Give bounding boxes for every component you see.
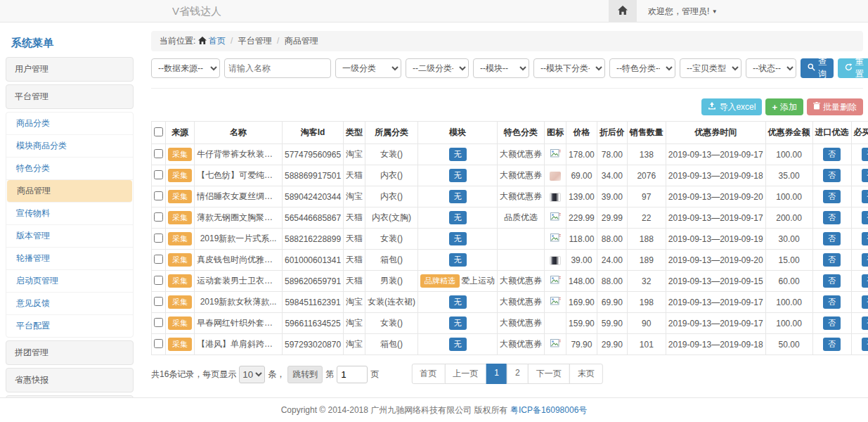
row-checkbox[interactable] — [154, 276, 163, 285]
footer: Copyright © 2014-2018 广州九驰网络科技有限公司 版权所有 … — [0, 397, 868, 422]
breadcrumb-home-link[interactable]: 首页 — [198, 36, 228, 46]
filter-source[interactable]: --数据来源-- — [151, 58, 220, 78]
filter-module-sub[interactable]: --模块下分类-- — [533, 58, 605, 78]
sidebar-subitem[interactable]: 特色分类 — [6, 158, 133, 180]
sales-cell: 22 — [627, 207, 666, 229]
page-size-select[interactable]: 10 — [239, 366, 265, 383]
taoke-id-cell: 597293020870 — [283, 334, 344, 355]
row-checkbox[interactable] — [154, 170, 163, 179]
page-nav-button[interactable]: 首页 — [411, 364, 445, 384]
must-buy-toggle[interactable]: 否 — [862, 274, 868, 288]
type-cell: 淘宝 — [344, 292, 365, 313]
jump-button[interactable]: 跳转到 — [287, 366, 323, 383]
category-cell: 女装() — [365, 144, 418, 165]
discount-price-cell: 29.90 — [597, 334, 627, 355]
filter-item-type[interactable]: --宝贝类型-- — [680, 58, 741, 78]
import-select-toggle[interactable]: 否 — [823, 190, 841, 203]
filter-feature[interactable]: --特色分类-- — [609, 58, 675, 78]
sidebar-subitem[interactable]: 轮播管理 — [6, 248, 133, 270]
sidebar-item[interactable]: 省惠快报 — [6, 368, 134, 392]
must-buy-toggle[interactable]: 否 — [862, 295, 868, 309]
sidebar-subitem[interactable]: 意见反馈 — [6, 293, 133, 315]
import-excel-button[interactable]: 导入excel — [701, 98, 762, 115]
sidebar-item[interactable]: 用户管理 — [6, 57, 134, 82]
sidebar-subitem[interactable]: 版本管理 — [6, 225, 133, 248]
sidebar-subitem[interactable]: 平台配置 — [6, 315, 133, 337]
import-select-toggle[interactable]: 否 — [823, 169, 841, 182]
module-text: 爱上运动 — [461, 276, 495, 286]
source-badge: 采集 — [168, 316, 192, 330]
price-cell: 169.90 — [566, 292, 597, 313]
sidebar-subitem[interactable]: 模块商品分类 — [6, 135, 133, 158]
sidebar-subitem[interactable]: 商品管理 — [7, 180, 132, 203]
row-checkbox[interactable] — [154, 255, 163, 264]
reset-button[interactable]: 重置 — [838, 58, 868, 78]
must-buy-toggle[interactable]: 否 — [862, 148, 868, 161]
products-table: 来源名称淘客Id类型所属分类模块特色分类图标价格折后价销售数量优惠券时间优惠券金… — [151, 121, 868, 355]
must-buy-toggle[interactable]: 否 — [862, 338, 868, 351]
product-thumbnail — [550, 172, 561, 181]
price-cell: 79.90 — [566, 334, 597, 355]
table-header-row: 来源名称淘客Id类型所属分类模块特色分类图标价格折后价销售数量优惠券时间优惠券金… — [152, 122, 868, 144]
import-select-cell: 否 — [812, 165, 851, 186]
must-buy-toggle[interactable]: 否 — [862, 169, 868, 182]
must-buy-toggle[interactable]: 否 — [862, 232, 868, 245]
batch-delete-button[interactable]: 批量删除 — [807, 98, 863, 115]
import-select-toggle[interactable]: 否 — [823, 232, 841, 245]
coupon-time-cell: 2019-09-13—2019-09-17 — [666, 292, 765, 313]
sidebar-item[interactable]: 平台管理 — [6, 84, 134, 109]
discount-price-cell: 59.90 — [597, 313, 627, 334]
category-cell: 女装() — [365, 229, 418, 250]
sidebar-subitem[interactable]: 启动页管理 — [6, 270, 133, 293]
import-select-toggle[interactable]: 否 — [823, 211, 841, 224]
user-menu[interactable]: 欢迎您，管理员! ▼ — [648, 6, 718, 18]
page-nav-button[interactable]: 末页 — [569, 364, 603, 384]
row-checkbox[interactable] — [154, 297, 163, 306]
must-buy-toggle[interactable]: 否 — [862, 316, 868, 330]
import-select-cell: 否 — [812, 186, 851, 207]
page-number-button[interactable]: 1 — [486, 364, 507, 384]
row-checkbox[interactable] — [154, 339, 163, 348]
jump-page-input[interactable] — [337, 366, 368, 383]
sidebar-subitem[interactable]: 宣传物料 — [6, 203, 133, 225]
table-row: 采集真皮钱包时尚优雅女士...601000601341天猫箱包()无39.002… — [152, 250, 868, 271]
filter-status[interactable]: --状态-- — [746, 58, 796, 78]
taoke-id-cell: 588216228899 — [283, 229, 344, 250]
import-select-toggle[interactable]: 否 — [823, 316, 841, 330]
icp-link[interactable]: 粤ICP备16098006号 — [510, 404, 587, 416]
import-select-cell: 否 — [812, 313, 851, 334]
import-select-toggle[interactable]: 否 — [823, 253, 841, 267]
page-number-button[interactable]: 2 — [507, 364, 529, 384]
must-buy-toggle[interactable]: 否 — [862, 211, 868, 224]
must-buy-toggle[interactable]: 否 — [862, 190, 868, 203]
import-select-toggle[interactable]: 否 — [823, 295, 841, 309]
filter-category-l2[interactable]: --二级分类-- — [406, 58, 469, 78]
must-buy-toggle[interactable]: 否 — [862, 253, 868, 267]
row-checkbox[interactable] — [154, 318, 163, 327]
page-nav-button[interactable]: 上一页 — [444, 364, 486, 384]
filter-category-l1[interactable]: 一级分类 — [335, 58, 401, 78]
import-select-toggle[interactable]: 否 — [823, 274, 841, 288]
sidebar-subitem[interactable]: 商品分类 — [6, 113, 133, 135]
row-checkbox[interactable] — [154, 149, 163, 158]
checkbox-cell — [152, 144, 166, 165]
source-badge: 采集 — [168, 274, 192, 288]
import-select-toggle[interactable]: 否 — [823, 148, 841, 161]
name-search-input[interactable] — [224, 58, 331, 78]
row-checkbox[interactable] — [154, 191, 163, 200]
sales-cell: 188 — [627, 229, 666, 250]
must-buy-cell: 否 — [851, 334, 868, 355]
taoke-id-cell: 589620659791 — [283, 271, 344, 292]
filter-module[interactable]: --模块-- — [473, 58, 529, 78]
import-select-toggle[interactable]: 否 — [823, 338, 841, 351]
sidebar-item[interactable]: 拼团管理 — [6, 340, 134, 365]
row-checkbox[interactable] — [154, 234, 163, 243]
search-button[interactable]: 查询 — [801, 58, 834, 78]
add-button[interactable]: + 添加 — [765, 98, 803, 115]
price-cell: 69.00 — [566, 165, 597, 186]
sidebar-heading: 系统菜单 — [6, 28, 134, 57]
page-nav-button[interactable]: 下一页 — [528, 364, 570, 384]
row-checkbox[interactable] — [154, 212, 163, 222]
select-all-checkbox[interactable] — [154, 127, 163, 136]
home-button[interactable] — [609, 0, 637, 23]
